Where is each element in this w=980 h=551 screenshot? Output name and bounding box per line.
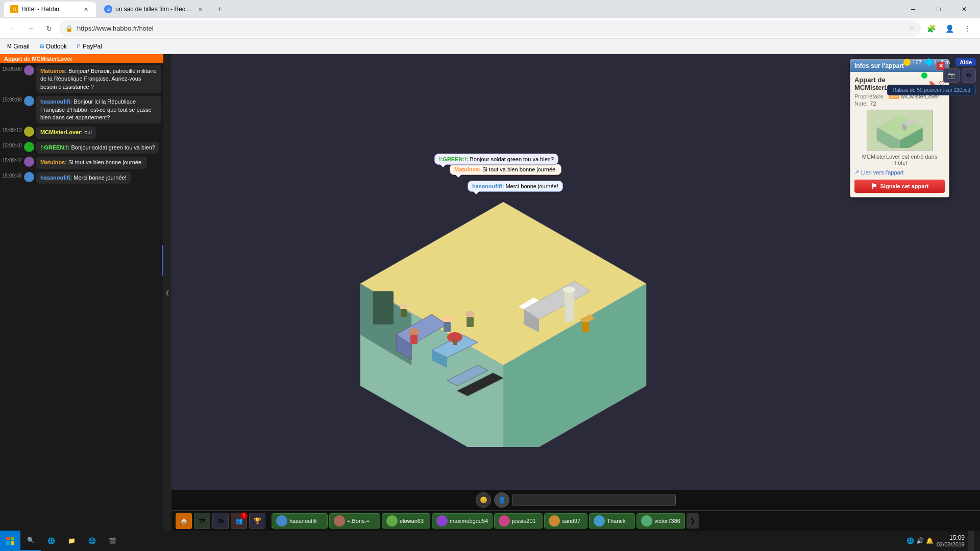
bookmark-paypal[interactable]: P PayPal <box>74 42 105 51</box>
start-button[interactable] <box>0 531 20 551</box>
chat-time-4: 15:09:40 <box>2 142 22 154</box>
user-name-sand: sand97 <box>562 518 580 524</box>
taskbar-vlc[interactable]: 🎬 <box>102 531 122 551</box>
refresh-button[interactable]: ↻ <box>41 20 57 37</box>
battery-icon[interactable]: 🔔 <box>926 537 934 544</box>
user-name-elowan: elowan63 <box>400 518 424 524</box>
user-name-victor: victor7386 <box>654 518 680 524</box>
isometric-room <box>345 192 662 447</box>
svg-rect-35 <box>6 541 10 545</box>
title-bar: H Hôtel - Habbo ✕ G un sac de billes fil… <box>0 0 980 18</box>
chat-messages: 15:09:00 Matuinos: Bonjour/ Bonsoir, pat… <box>0 63 163 529</box>
extensions-button[interactable]: 🧩 <box>923 20 939 37</box>
room-thumbnail-container <box>854 110 945 151</box>
profile-button[interactable]: 👤 <box>941 20 958 37</box>
green-currency-icon <box>921 72 927 79</box>
flag-icon: ⚑ <box>871 182 877 190</box>
avatar-button[interactable]: 👤 <box>494 492 509 508</box>
room-link[interactable]: ↗ Lien vers l'appart <box>854 169 945 176</box>
game-canvas: !:GREEN:!: Bonjour soldat green tou va b… <box>172 54 980 490</box>
user-list-next[interactable]: ❯ <box>687 513 699 529</box>
link-icon: ↗ <box>854 169 859 176</box>
taskbar-clock[interactable]: 15:09 02/08/2019 <box>937 534 965 547</box>
user-tag-elowan[interactable]: elowan63 <box>382 513 430 529</box>
room-thumb-svg <box>872 112 928 148</box>
user-avatar-hasanoufifi <box>276 515 287 527</box>
toolbar-friends[interactable]: 👥 1 <box>231 513 247 529</box>
scroll-indicator <box>162 245 163 276</box>
address-bar[interactable]: 🔒 https://www.habbo.fr/hotel ☆ <box>59 20 921 37</box>
network-icon[interactable]: 🌐 <box>906 537 914 544</box>
nav-extras: 🧩 👤 ⋮ <box>923 20 976 37</box>
svg-rect-14 <box>444 322 451 332</box>
user-tag-boris[interactable]: =.Boris.= <box>329 513 380 529</box>
tab-habbo-close[interactable]: ✕ <box>82 5 90 13</box>
bookmarks-bar: M Gmail ⊞ Outlook P PayPal <box>0 39 980 54</box>
close-button[interactable]: ✕ <box>952 0 976 18</box>
toolbar-catalog[interactable]: 🛍 <box>212 513 229 529</box>
star-icon[interactable]: ☆ <box>909 25 915 32</box>
tab-google[interactable]: G un sac de billes film - Recherche ✕ <box>98 2 210 17</box>
taskbar-right: 🌐 🔊 🔔 15:09 02/08/2019 <box>900 531 980 551</box>
chat-input-container: 😊 👤 <box>476 492 676 508</box>
back-button[interactable]: ← <box>4 20 20 37</box>
toolbar-achievements[interactable]: 🏆 <box>249 513 265 529</box>
taskbar-search[interactable]: 🔍 <box>20 531 41 551</box>
svg-point-13 <box>443 316 452 323</box>
coin-count: 167 <box>912 59 921 65</box>
user-tag-thanck[interactable]: Thanck. <box>589 513 635 529</box>
bookmark-gmail[interactable]: M Gmail <box>4 42 33 51</box>
help-button[interactable]: Aide <box>955 58 976 66</box>
toolbar-navigate[interactable]: 🗺 <box>194 513 210 529</box>
settings-button[interactable]: ⚙ <box>962 68 976 83</box>
hud-coins: 167 <box>903 59 921 66</box>
tab-google-close[interactable]: ✕ <box>196 5 204 13</box>
habbo-favicon: H <box>10 5 18 13</box>
minimize-button[interactable]: ─ <box>901 0 925 18</box>
user-tag-victor[interactable]: victor7386 <box>636 513 685 529</box>
browser-chrome: H Hôtel - Habbo ✕ G un sac de billes fil… <box>0 0 980 54</box>
taskbar-date: 02/08/2019 <box>937 541 965 547</box>
hud-stats: 167 1 7 m. Aide <box>903 58 976 66</box>
user-avatar-maxime <box>436 515 448 527</box>
user-tag-maxime[interactable]: maximebgdu54 <box>432 513 493 529</box>
taskbar-chrome[interactable]: 🌐 <box>82 531 102 551</box>
taskbar-system-icons: 🌐 🔊 🔔 <box>906 537 934 544</box>
chat-time-2: 15:09:06 <box>2 96 22 123</box>
coin-icon <box>903 59 911 66</box>
diamond-icon <box>924 58 933 67</box>
user-tag-sand[interactable]: sand97 <box>544 513 587 529</box>
tab-habbo[interactable]: H Hôtel - Habbo ✕ <box>4 2 96 17</box>
report-button[interactable]: ⚑ Signale cet appart <box>854 180 945 193</box>
chat-message-1: 15:09:00 Matuinos: Bonjour/ Bonsoir, pat… <box>2 65 161 93</box>
show-desktop-button[interactable] <box>968 531 974 551</box>
svg-rect-12 <box>410 335 418 344</box>
user-tag-hasanoufifi[interactable]: hasanoufifi <box>272 513 328 529</box>
volume-icon[interactable]: 🔊 <box>916 537 924 544</box>
speech-bubble-green: !:GREEN:!: Bonjour soldat green tou va b… <box>434 154 558 165</box>
window-controls: ─ □ ✕ <box>901 0 976 18</box>
sidebar-toggle[interactable]: ❮ <box>163 54 172 531</box>
new-tab-button[interactable]: + <box>212 2 227 16</box>
user-name-thanck: Thanck. <box>607 518 627 524</box>
emoji-button[interactable]: 😊 <box>476 492 491 508</box>
forward-button[interactable]: → <box>22 20 39 37</box>
menu-button[interactable]: ⋮ <box>960 20 976 37</box>
chat-message-6: 15:09:46 hasanoufifi: Merci bonne journé… <box>2 172 161 184</box>
toolbar-home[interactable]: 🏠 <box>176 513 192 529</box>
svg-rect-25 <box>582 322 589 332</box>
chat-input[interactable] <box>512 494 676 506</box>
taskbar-file-explorer[interactable]: 📁 <box>61 531 82 551</box>
user-tag-jessie[interactable]: jessie201 <box>494 513 543 529</box>
content-area: Appart de MCMisterLover 15:09:00 Matuino… <box>0 54 980 531</box>
google-favicon: G <box>104 5 112 13</box>
chat-message-5: 15:09:42 Matuinos: Si tout va bien bonne… <box>2 157 161 168</box>
svg-point-17 <box>400 303 408 310</box>
maximize-button[interactable]: □ <box>927 0 950 18</box>
taskbar-cortana[interactable]: 🌐 <box>41 531 61 551</box>
hud-time: 7 m. <box>941 59 951 65</box>
camera-button[interactable]: 📷 <box>943 68 960 83</box>
user-list: hasanoufifi =.Boris.= elowan63 maximebgd… <box>272 513 976 529</box>
bookmark-outlook[interactable]: ⊞ Outlook <box>37 42 70 51</box>
promo-banner[interactable]: Rabais de 50 pourcent sur 210ccd <box>887 85 976 95</box>
